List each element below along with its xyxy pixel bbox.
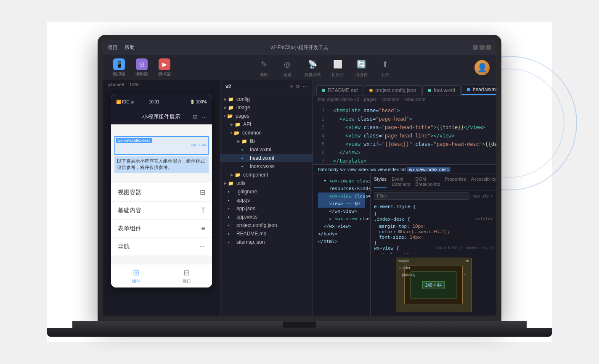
tab-readme[interactable]: README.md bbox=[316, 85, 363, 95]
box-content: 240 × 44 bbox=[422, 281, 445, 289]
styles-source-1: <style> bbox=[475, 216, 493, 221]
html-bc-body[interactable]: body bbox=[329, 167, 339, 172]
dom-line-1: ▾ <wx-image class="index-logo" src="../r… bbox=[318, 177, 365, 185]
editor-button[interactable]: ⊡ 编辑器 bbox=[132, 57, 151, 79]
menu-item-basic-icon: T bbox=[201, 207, 205, 214]
phone-title-bar: 小程序组件展示 ⊞ ··· bbox=[111, 109, 212, 124]
maximize-button[interactable] bbox=[480, 45, 485, 50]
tree-item-index-wxss[interactable]: ▶ ▪ index.wxss bbox=[220, 162, 313, 171]
simulator-button[interactable]: 📱 模拟器 bbox=[109, 57, 129, 79]
phone-status-bar: 📶 IDE ⊕ 10:01 🔋 100% bbox=[111, 94, 212, 109]
more-icon: ··· bbox=[202, 113, 207, 120]
styles-tab-a11y[interactable]: Accessibility bbox=[471, 176, 496, 188]
folder-icon-utils: 📁 bbox=[228, 181, 235, 186]
filter-add[interactable]: + bbox=[490, 193, 493, 198]
tree-item-index-wxss-label: index.wxss bbox=[250, 164, 275, 169]
html-bc-hd[interactable]: wx-view.index-hd bbox=[371, 167, 406, 172]
tree-item-lib[interactable]: ▶ 📁 lib bbox=[220, 137, 313, 145]
styles-val-color: var(--weui-FG-1); bbox=[403, 229, 450, 235]
styles-tab-props[interactable]: Properties bbox=[445, 176, 466, 188]
menu-item-basic[interactable]: 基础内容 T bbox=[111, 202, 212, 220]
filter-hov[interactable]: :hov bbox=[471, 193, 480, 198]
line-num-3: 3 bbox=[313, 123, 325, 132]
nav-component[interactable]: ⊞ 组件 bbox=[111, 264, 162, 288]
element-label: wx-view.index-desc bbox=[116, 138, 152, 143]
menu-item-nav[interactable]: 导航 ··· bbox=[111, 238, 212, 256]
tree-action-more[interactable]: ⋯ bbox=[302, 84, 307, 90]
laptop-container: 项目 帮助 v2-FinClip小程序开发工具 📱 模拟器 bbox=[47, 22, 552, 342]
styles-tab-styles[interactable]: Styles bbox=[374, 176, 387, 188]
tree-item-app-js[interactable]: ▶ ▪ app.js bbox=[220, 196, 313, 204]
laptop-foot bbox=[47, 328, 552, 337]
upload-action[interactable]: ⬆ 上传 bbox=[378, 58, 392, 78]
clear-cache-action[interactable]: 🔄 清缓存 bbox=[355, 58, 368, 78]
device-name: iphone6 bbox=[108, 82, 124, 87]
tree-item-readme[interactable]: ▶ ▪ README.md bbox=[220, 229, 313, 238]
file-tree-header: v2 + ⟳ ⋯ bbox=[220, 80, 313, 93]
tab-head-wxml[interactable]: head.wxml ✕ bbox=[461, 84, 496, 95]
tree-item-pages[interactable]: ▾ 📂 pages bbox=[220, 112, 313, 120]
tree-item-image[interactable]: ▶ 📁 image bbox=[220, 103, 313, 112]
tree-actions: + ⟳ ⋯ bbox=[290, 84, 307, 90]
tree-item-api-label: API bbox=[243, 121, 251, 127]
styles-key-font-size: font-size bbox=[379, 235, 404, 240]
html-bc-html[interactable]: html bbox=[318, 167, 327, 172]
tree-item-project-config[interactable]: ▶ ▪ project.config.json bbox=[220, 221, 313, 229]
styles-panel: Styles Event Listeners DOM Breakpoints P… bbox=[370, 174, 496, 316]
styles-tab-dom-bp[interactable]: DOM Breakpoints bbox=[416, 176, 440, 188]
tree-item-foot-wxml[interactable]: ▶ ▪ foot.wxml bbox=[220, 145, 313, 154]
minimize-button[interactable] bbox=[473, 45, 478, 50]
code-line-3: <view class="page-head-title">{{title}}<… bbox=[333, 123, 491, 132]
tree-item-gitignore[interactable]: ▶ ▪ .gitignore bbox=[220, 187, 313, 196]
element-highlight: wx-view.index-desc 240 × 44 bbox=[114, 136, 209, 155]
menu-item-view[interactable]: 视图容器 ⊟ bbox=[111, 183, 212, 202]
preview-icon: ◎ bbox=[281, 58, 294, 71]
toolbar: 📱 模拟器 ⊡ 编辑器 ▶ 测试室 ✎ 编辑 bbox=[103, 55, 496, 80]
device-debug-action[interactable]: 📡 真机调试 bbox=[304, 58, 321, 78]
line-num-5: 5 bbox=[313, 140, 325, 148]
menu-help[interactable]: 帮助 bbox=[125, 44, 135, 51]
tree-item-head-wxml[interactable]: ▶ ▪ head.wxml bbox=[220, 154, 313, 162]
filter-cls[interactable]: .cls bbox=[482, 193, 489, 198]
user-avatar[interactable]: 👤 bbox=[474, 60, 490, 75]
file-tree: v2 + ⟳ ⋯ ▶ bbox=[220, 80, 313, 316]
background-action[interactable]: ⬜ 切后台 bbox=[331, 58, 345, 78]
tree-item-app-json[interactable]: ▶ ▪ app.json bbox=[220, 204, 313, 213]
tab-project-config[interactable]: project.config.json bbox=[364, 85, 421, 95]
styles-filter-input[interactable] bbox=[374, 192, 469, 200]
code-content[interactable]: <template name="head"> <view class="page… bbox=[328, 103, 496, 164]
menu-project[interactable]: 项目 bbox=[108, 44, 118, 51]
menu-item-form[interactable]: 表单组件 ≡ bbox=[111, 220, 212, 238]
arrow-api: ▶ bbox=[231, 122, 233, 127]
tree-item-image-label: image bbox=[236, 105, 250, 111]
phone-bottom-nav: ⊞ 组件 ⊟ 接口 bbox=[111, 264, 212, 288]
tree-item-app-wxss[interactable]: ▶ ▪ app.wxss bbox=[220, 213, 313, 221]
tree-action-add[interactable]: + bbox=[290, 84, 293, 90]
tree-action-refresh[interactable]: ⟳ bbox=[296, 84, 300, 90]
html-bc-desc[interactable]: wx-view.index-desc bbox=[407, 167, 451, 172]
simulator-header: iphone6 100% bbox=[103, 80, 220, 89]
html-bc-index[interactable]: wx-view.index bbox=[340, 167, 369, 172]
tree-item-config[interactable]: ▶ 📁 config bbox=[220, 95, 313, 103]
styles-prop-font-size: font-size: 14px; bbox=[374, 235, 493, 240]
menu-item-nav-label: 导航 bbox=[118, 243, 200, 251]
toolbar-left: 📱 模拟器 ⊡ 编辑器 ▶ 测试室 bbox=[109, 57, 174, 79]
phone-title: 小程序组件展示 bbox=[142, 113, 180, 121]
tree-item-sitemap[interactable]: ▶ ▪ sitemap.json bbox=[220, 238, 313, 246]
status-right: 🔋 100% bbox=[190, 100, 207, 104]
edit-action[interactable]: ✎ 编辑 bbox=[257, 58, 270, 78]
tree-item-utils[interactable]: ▶ 📁 utils bbox=[220, 179, 313, 187]
test-button[interactable]: ▶ 测试室 bbox=[155, 57, 174, 79]
preview-action[interactable]: ◎ 预览 bbox=[281, 58, 294, 78]
nav-api[interactable]: ⊟ 接口 bbox=[162, 264, 212, 288]
background-label: 切后台 bbox=[331, 72, 344, 78]
tree-item-foot-wxml-label: foot.wxml bbox=[250, 147, 271, 153]
tree-item-component[interactable]: ▶ 📁 component bbox=[220, 171, 313, 179]
close-button[interactable] bbox=[486, 45, 491, 50]
tree-item-common[interactable]: ▾ 📂 common bbox=[220, 129, 313, 137]
tab-foot-wxml[interactable]: foot.wxml bbox=[422, 85, 461, 95]
html-breadcrumb: html body wx-view.index wx-view.index-hd… bbox=[313, 165, 496, 174]
tree-item-api[interactable]: ▶ 📁 API bbox=[220, 120, 313, 129]
styles-tab-events[interactable]: Event Listeners bbox=[392, 176, 411, 188]
file-icon-head-wxml: ▪ bbox=[241, 156, 248, 161]
